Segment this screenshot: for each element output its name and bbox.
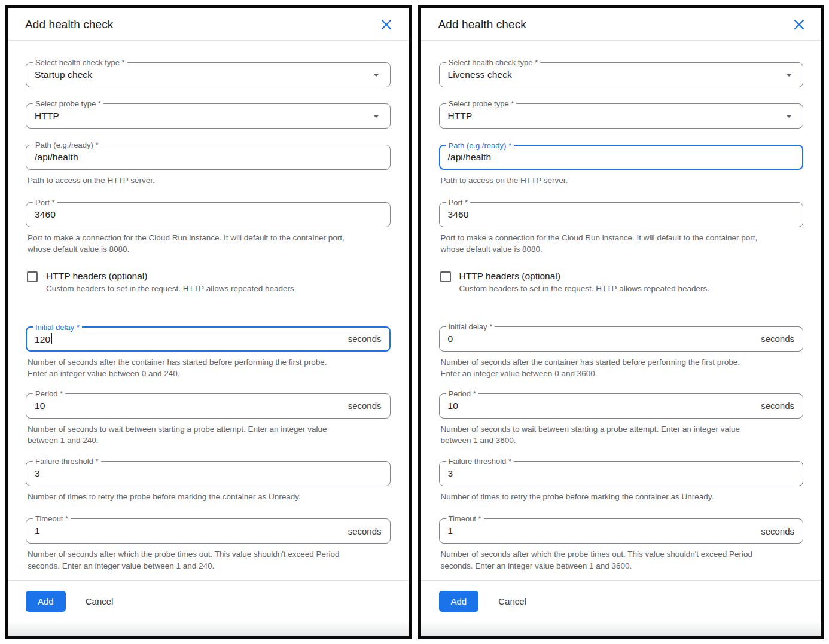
seconds-suffix: seconds [348,526,382,536]
dialog-title: Add health check [438,18,526,31]
helper-text: Port to make a connection for the Cloud … [28,232,391,255]
health-check-type-select[interactable]: Select health check type * Liveness chec… [439,62,804,87]
field-value: 120 [35,333,348,345]
helper-text: Number of times to retry the probe befor… [28,491,391,503]
field-label: Period * [446,389,478,399]
field-label: Failure threshold * [446,456,514,466]
helper-text: Number of seconds after the container ha… [441,356,804,380]
path-input[interactable]: Path (e.g./ready) * /api/health [26,145,391,170]
add-button[interactable]: Add [26,591,66,612]
cancel-button[interactable]: Cancel [86,596,114,606]
bottom-scroll-fade [421,621,822,636]
two-dialog-comparison: Add health check Select health check typ… [0,0,829,644]
seconds-suffix: seconds [348,334,382,344]
field-label: Select probe type * [446,99,517,109]
period-input[interactable]: Period * 10 seconds [26,393,391,419]
helper-text: Number of seconds after which the probe … [441,548,804,572]
dialog-frame-liveness: Add health check Select health check typ… [418,5,825,639]
field-label: Failure threshold * [33,456,101,466]
field-value: /api/health [448,152,795,163]
field-label: Path (e.g./ready) * [446,141,514,151]
field-value: Startup check [35,69,373,80]
field-value: /api/health [35,152,382,163]
field-label: Initial delay * [446,322,495,332]
path-input[interactable]: Path (e.g./ready) * /api/health [439,145,804,170]
dialog-header: Add health check [8,8,409,41]
initial-delay-input[interactable]: Initial delay * 120 seconds [26,326,391,352]
dialog-footer: Add Cancel [421,580,822,621]
helper-text: Number of seconds after which the probe … [28,548,391,572]
field-value: 0 [448,334,761,344]
close-icon[interactable] [380,19,392,30]
chevron-down-icon [786,115,792,118]
chevron-down-icon [786,74,792,77]
text-cursor [51,333,52,344]
cancel-button[interactable]: Cancel [498,596,526,606]
add-health-check-dialog-right: Add health check Select health check typ… [421,8,822,636]
dialog-frame-startup: Add health check Select health check typ… [5,5,412,639]
checkbox-label: HTTP headers (optional) [46,270,296,282]
seconds-suffix: seconds [761,334,794,344]
http-headers-checkbox-row: HTTP headers (optional) Custom headers t… [27,270,391,294]
field-value: 1 [35,526,348,536]
field-label: Path (e.g./ready) * [33,140,101,150]
initial-delay-input[interactable]: Initial delay * 0 seconds [439,326,804,352]
dialog-footer: Add Cancel [8,580,409,621]
http-headers-checkbox[interactable] [440,271,451,282]
checkbox-description: Custom headers to set in the request. HT… [459,283,709,294]
failure-threshold-input[interactable]: Failure threshold * 3 [439,461,804,486]
chevron-down-icon [373,115,379,118]
field-label: Select health check type * [446,57,541,68]
seconds-suffix: seconds [761,526,794,536]
helper-text: Path to access on the HTTP server. [28,175,391,187]
helper-text: Number of times to retry the probe befor… [441,491,804,503]
failure-threshold-input[interactable]: Failure threshold * 3 [26,461,391,486]
field-value: HTTP [35,111,373,121]
timeout-input[interactable]: Timeout * 1 seconds [439,518,804,544]
helper-text: Number of seconds to wait between starti… [28,423,391,447]
close-icon[interactable] [793,19,805,30]
add-button[interactable]: Add [439,591,479,612]
dialog-body: Select health check type * Liveness chec… [421,41,822,572]
helper-text: Port to make a connection for the Cloud … [441,232,804,255]
checkbox-label: HTTP headers (optional) [459,270,709,282]
field-value: 3460 [448,209,795,220]
dialog-body: Select health check type * Startup check… [8,41,409,572]
bottom-scroll-fade [8,621,409,636]
field-value: Liveness check [448,69,787,80]
field-value: 10 [448,401,761,411]
dialog-title: Add health check [25,18,113,31]
seconds-suffix: seconds [761,401,794,411]
period-input[interactable]: Period * 10 seconds [439,393,804,419]
field-value: 10 [35,401,348,411]
health-check-type-select[interactable]: Select health check type * Startup check [26,62,391,87]
field-label: Port * [446,197,471,207]
helper-text: Path to access on the HTTP server. [441,175,804,187]
probe-type-select[interactable]: Select probe type * HTTP [26,103,391,129]
field-value: 1 [448,526,761,536]
field-label: Select health check type * [33,57,127,68]
http-headers-checkbox-row: HTTP headers (optional) Custom headers t… [440,270,804,294]
checkbox-description: Custom headers to set in the request. HT… [46,283,296,294]
field-label: Port * [33,197,57,207]
field-label: Timeout * [33,514,71,524]
http-headers-checkbox[interactable] [27,271,38,282]
field-value: HTTP [448,111,787,121]
dialog-header: Add health check [421,8,822,41]
field-label: Initial delay * [33,322,82,332]
add-health-check-dialog-left: Add health check Select health check typ… [8,8,409,636]
field-value: 3 [448,468,795,479]
field-label: Timeout * [446,514,484,524]
field-label: Select probe type * [33,99,103,109]
helper-text: Number of seconds after the container ha… [28,356,391,380]
probe-type-select[interactable]: Select probe type * HTTP [439,103,804,129]
chevron-down-icon [373,74,379,77]
field-label: Period * [33,389,65,399]
seconds-suffix: seconds [348,401,382,411]
port-input[interactable]: Port * 3460 [439,202,804,227]
port-input[interactable]: Port * 3460 [26,202,391,227]
helper-text: Number of seconds to wait between starti… [441,423,804,447]
timeout-input[interactable]: Timeout * 1 seconds [26,518,391,544]
field-value: 3 [35,468,382,479]
field-value: 3460 [35,209,382,220]
